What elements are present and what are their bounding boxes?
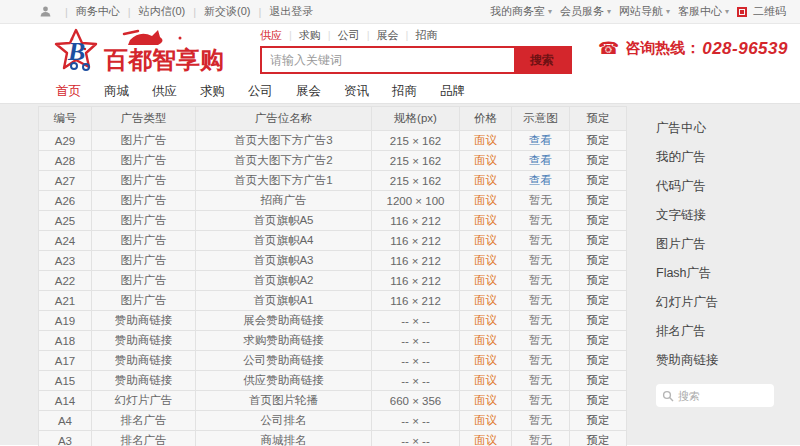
cell-ad-name: 首页旗帜A2 (196, 271, 372, 291)
cell-ad-type: 图片广告 (92, 151, 196, 171)
reserve-link[interactable]: 预定 (570, 411, 627, 431)
cell-sample: 暂无 (512, 311, 570, 331)
view-sample-link[interactable]: 查看 (529, 154, 552, 166)
sidebar-menu: 广告中心我的广告代码广告文字链接图片广告Flash广告幻灯片广告排名广告赞助商链… (656, 114, 800, 375)
hotline-number: 028-96539 (702, 39, 788, 59)
cell-ad-name: 招商广告 (196, 191, 372, 211)
reserve-link[interactable]: 预定 (570, 171, 627, 191)
cell-ad-name: 公司赞助商链接 (196, 351, 372, 371)
reserve-link[interactable]: 预定 (570, 251, 627, 271)
view-sample-link[interactable]: 查看 (529, 174, 552, 186)
reserve-link[interactable]: 预定 (570, 311, 627, 331)
search-icon (662, 390, 674, 402)
reserve-link[interactable]: 预定 (570, 131, 627, 151)
cell-id: A27 (39, 171, 92, 191)
search-input[interactable] (262, 48, 514, 72)
column-header-3: 规格(px) (372, 107, 460, 131)
topbar-menu-0[interactable]: 我的商务室▾ (490, 4, 552, 19)
nav-item-6[interactable]: 资讯 (344, 83, 369, 100)
topbar-link-3[interactable]: 退出登录 (269, 4, 313, 19)
nav-item-8[interactable]: 品牌 (440, 83, 465, 100)
sidebar-item-6[interactable]: 幻灯片广告 (656, 288, 800, 317)
cell-price: 面议 (460, 171, 512, 191)
topbar-menu-1[interactable]: 会员服务▾ (560, 4, 611, 19)
no-sample-text: 暂无 (529, 254, 552, 266)
separator: | (289, 29, 292, 41)
reserve-link[interactable]: 预定 (570, 371, 627, 391)
reserve-link[interactable]: 预定 (570, 351, 627, 371)
cell-ad-type: 赞助商链接 (92, 311, 196, 331)
sidebar-item-2[interactable]: 代码广告 (656, 172, 800, 201)
view-sample-link[interactable]: 查看 (529, 134, 552, 146)
sidebar-search-input[interactable] (678, 390, 758, 402)
sidebar-item-0[interactable]: 广告中心 (656, 114, 800, 143)
cell-ad-type: 图片广告 (92, 251, 196, 271)
cell-price: 面议 (460, 351, 512, 371)
search-tab-4[interactable]: 招商 (415, 28, 437, 43)
cell-spec: 116 × 212 (372, 291, 460, 311)
sidebar-item-3[interactable]: 文字链接 (656, 201, 800, 230)
site-logo[interactable]: B 百都智享购 (52, 26, 247, 80)
cell-id: A4 (39, 411, 92, 431)
cell-ad-name: 首页大图下方广告3 (196, 131, 372, 151)
nav-item-1[interactable]: 商城 (104, 83, 129, 100)
cell-spec: 116 × 212 (372, 231, 460, 251)
cell-price: 面议 (460, 191, 512, 211)
topbar-link-1[interactable]: 站内信(0) (139, 4, 185, 19)
cell-id: A21 (39, 291, 92, 311)
sidebar-item-5[interactable]: Flash广告 (656, 259, 800, 288)
nav-item-7[interactable]: 招商 (392, 83, 417, 100)
topbar-menu-3[interactable]: 客服中心▾ (678, 4, 729, 19)
search-tab-0[interactable]: 供应 (260, 28, 282, 43)
cell-sample: 暂无 (512, 331, 570, 351)
reserve-link[interactable]: 预定 (570, 271, 627, 291)
reserve-link[interactable]: 预定 (570, 331, 627, 351)
nav-item-3[interactable]: 求购 (200, 83, 225, 100)
reserve-link[interactable]: 预定 (570, 291, 627, 311)
cell-ad-type: 赞助商链接 (92, 331, 196, 351)
search-tab-2[interactable]: 公司 (338, 28, 360, 43)
table-row: A22图片广告首页旗帜A2116 × 212面议暂无预定 (39, 271, 627, 291)
cell-sample: 暂无 (512, 291, 570, 311)
reserve-link[interactable]: 预定 (570, 151, 627, 171)
sidebar-item-4[interactable]: 图片广告 (656, 230, 800, 259)
nav-item-5[interactable]: 展会 (296, 83, 321, 100)
column-header-2: 广告位名称 (196, 107, 372, 131)
chevron-down-icon: ▾ (666, 7, 670, 16)
search-tab-1[interactable]: 求购 (299, 28, 321, 43)
cell-sample: 查看 (512, 131, 570, 151)
search-button[interactable]: 搜索 (514, 48, 570, 72)
reserve-link[interactable]: 预定 (570, 391, 627, 411)
sidebar-item-1[interactable]: 我的广告 (656, 143, 800, 172)
chevron-down-icon: ▾ (548, 7, 552, 16)
sidebar-item-8[interactable]: 赞助商链接 (656, 346, 800, 375)
cell-id: A22 (39, 271, 92, 291)
topbar-link-2[interactable]: 新交谈(0) (204, 4, 250, 19)
no-sample-text: 暂无 (529, 274, 552, 286)
chevron-down-icon: ▾ (607, 7, 611, 16)
reserve-link[interactable]: 预定 (570, 211, 627, 231)
cell-price: 面议 (460, 251, 512, 271)
cell-sample: 查看 (512, 171, 570, 191)
topbar-menu-2[interactable]: 网站导航▾ (619, 4, 670, 19)
reserve-link[interactable]: 预定 (570, 191, 627, 211)
search-tab-3[interactable]: 展会 (377, 28, 399, 43)
nav-item-2[interactable]: 供应 (152, 83, 177, 100)
topbar-link-0[interactable]: 商务中心 (76, 4, 120, 19)
reserve-link[interactable]: 预定 (570, 231, 627, 251)
topbar-menu-4[interactable]: 二维码 (737, 4, 786, 19)
table-row: A24图片广告首页旗帜A4116 × 212面议暂无预定 (39, 231, 627, 251)
topbar-menu-label: 网站导航 (619, 4, 663, 19)
main-nav: 首页商城供应求购公司展会资讯招商品牌 (0, 80, 800, 104)
no-sample-text: 暂无 (529, 414, 552, 426)
column-header-1: 广告类型 (92, 107, 196, 131)
no-sample-text: 暂无 (529, 294, 552, 306)
phone-icon: ☎ (598, 38, 619, 59)
nav-item-0[interactable]: 首页 (56, 83, 81, 100)
nav-item-4[interactable]: 公司 (248, 83, 273, 100)
sidebar-item-7[interactable]: 排名广告 (656, 317, 800, 346)
cell-price: 面议 (460, 131, 512, 151)
reserve-link[interactable]: 预定 (570, 431, 627, 446)
no-sample-text: 暂无 (529, 354, 552, 366)
cell-price: 面议 (460, 231, 512, 251)
